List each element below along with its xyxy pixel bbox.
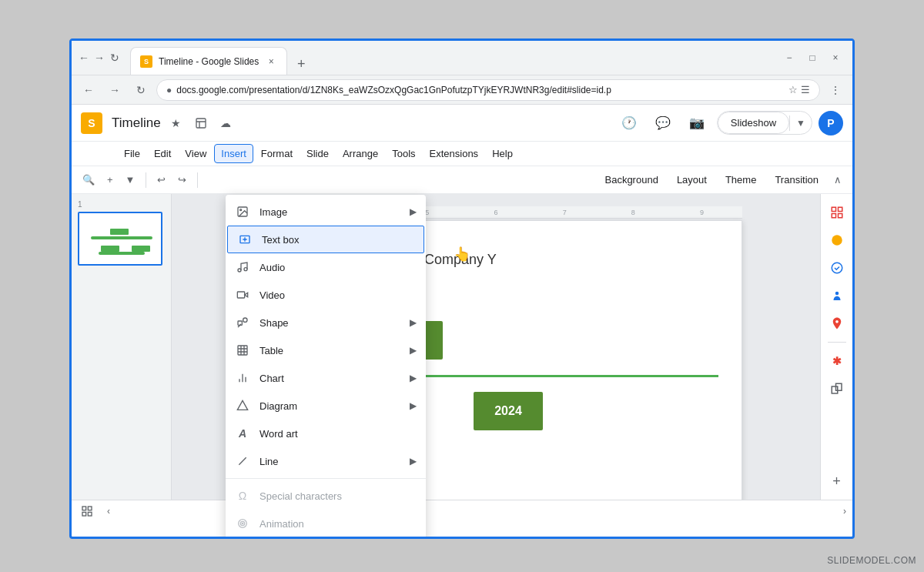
- table-arrow: ▶: [410, 345, 417, 356]
- bookmark-icon[interactable]: ☆: [788, 84, 798, 95]
- sidebar-circle-icon[interactable]: [825, 228, 849, 253]
- redo-button[interactable]: ↪: [173, 169, 191, 191]
- sidebar-person-icon[interactable]: [825, 283, 849, 308]
- extension-icon[interactable]: ☰: [801, 84, 810, 95]
- thumb-box-1: [110, 229, 129, 235]
- reload-button[interactable]: ↻: [109, 52, 121, 64]
- menu-help[interactable]: Help: [486, 145, 519, 162]
- menu-edit[interactable]: Edit: [148, 145, 177, 162]
- textbox-label: Text box: [262, 234, 414, 246]
- svg-rect-20: [237, 292, 244, 298]
- menu-format[interactable]: Format: [255, 145, 299, 162]
- main-content: 1 3456789: [72, 194, 852, 500]
- nav-forward-button[interactable]: →: [104, 79, 126, 101]
- grid-view-button[interactable]: [78, 502, 96, 520]
- toolbar-divider-2: [197, 172, 198, 188]
- svg-point-6: [832, 263, 842, 273]
- expand-button[interactable]: ›: [843, 506, 846, 517]
- menu-item-table[interactable]: Table ▶: [226, 336, 426, 364]
- undo-button[interactable]: ↩: [152, 169, 170, 191]
- nav-back-button[interactable]: ←: [78, 79, 99, 101]
- more-options-button[interactable]: ⋮: [825, 79, 846, 101]
- menu-item-wordart[interactable]: A Word art: [226, 420, 426, 447]
- browser-tab-bar: ← → ↻ S Timeline - Google Slides × + − □…: [72, 41, 852, 75]
- sidebar-asterisk-icon[interactable]: ✱: [825, 349, 849, 373]
- menu-item-image[interactable]: Image ▶: [226, 198, 426, 226]
- textbox-icon: [237, 232, 253, 247]
- sidebar-square-icon[interactable]: [825, 376, 849, 401]
- dropdown-divider-1: [226, 478, 426, 479]
- nav-reload-button[interactable]: ↻: [130, 79, 152, 101]
- tab-title: Timeline - Google Slides: [159, 56, 259, 67]
- wordart-label: Word art: [259, 428, 417, 440]
- history-button[interactable]: 🕐: [615, 109, 643, 137]
- thumb-box-3: [132, 246, 150, 252]
- doc-title: Timeline: [112, 115, 161, 131]
- toolbar-divider-1: [146, 172, 146, 188]
- zoom-dropdown-button[interactable]: ▼: [121, 169, 140, 191]
- diagram-arrow: ▶: [410, 400, 417, 411]
- slideshow-button[interactable]: Slideshow: [718, 112, 789, 134]
- menu-item-video[interactable]: Video: [226, 281, 426, 309]
- shape-label: Shape: [259, 317, 400, 329]
- menu-slide[interactable]: Slide: [300, 145, 335, 162]
- year-box-2024: 2024: [474, 392, 543, 430]
- sidebar-location-icon[interactable]: [825, 311, 849, 336]
- tab-close-button[interactable]: ×: [265, 55, 277, 68]
- bottom-bar: ‹ ›: [72, 500, 852, 521]
- table-icon: [235, 343, 250, 358]
- zoom-icon-button[interactable]: 🔍: [78, 169, 99, 191]
- svg-point-5: [832, 235, 842, 246]
- menu-arrange[interactable]: Arrange: [336, 145, 384, 162]
- active-tab[interactable]: S Timeline - Google Slides ×: [130, 47, 287, 75]
- user-avatar[interactable]: P: [819, 111, 843, 135]
- slideshow-button-group[interactable]: Slideshow ▼: [717, 111, 812, 135]
- maximize-button[interactable]: □: [802, 47, 823, 69]
- sidebar-check-icon[interactable]: [825, 256, 849, 280]
- url-bar[interactable]: ● docs.google.com/presentation/d/1ZN8Ks_…: [156, 79, 820, 101]
- menu-item-line[interactable]: Line ▶: [226, 447, 426, 475]
- table-label: Table: [259, 345, 400, 356]
- back-button[interactable]: ←: [78, 52, 90, 64]
- forward-button[interactable]: →: [93, 52, 105, 64]
- animation-icon: [235, 516, 250, 531]
- menu-item-textbox[interactable]: Text box: [227, 226, 424, 253]
- layout-button[interactable]: Layout: [669, 171, 715, 189]
- collapse-toolbar-button[interactable]: ∧: [829, 169, 846, 191]
- menu-insert[interactable]: Insert: [214, 144, 253, 163]
- sidebar-divider: [828, 342, 846, 343]
- svg-rect-14: [88, 512, 92, 516]
- shape-arrow: ▶: [410, 317, 417, 328]
- animation-label: Animation: [259, 518, 417, 530]
- drive-button[interactable]: [192, 114, 210, 132]
- transition-button[interactable]: Transition: [767, 171, 826, 189]
- svg-point-7: [835, 292, 839, 296]
- theme-button[interactable]: Theme: [718, 171, 764, 189]
- menu-item-shape[interactable]: Shape ▶: [226, 309, 426, 336]
- new-tab-button[interactable]: +: [290, 53, 312, 75]
- present-button[interactable]: 📷: [683, 109, 711, 137]
- menu-extensions[interactable]: Extensions: [424, 145, 485, 162]
- menu-item-diagram[interactable]: Diagram ▶: [226, 392, 426, 420]
- menu-view[interactable]: View: [179, 145, 213, 162]
- menu-file[interactable]: File: [118, 145, 146, 162]
- menu-item-chart[interactable]: Chart ▶: [226, 364, 426, 392]
- slideshow-dropdown-button[interactable]: ▼: [790, 113, 812, 133]
- minimize-button[interactable]: −: [778, 47, 800, 69]
- svg-rect-12: [88, 507, 92, 510]
- wordart-icon: A: [235, 426, 250, 441]
- sidebar-plus-button[interactable]: +: [825, 469, 849, 493]
- star-button[interactable]: ★: [167, 114, 186, 132]
- background-button[interactable]: Background: [597, 171, 665, 189]
- collapse-panel-button[interactable]: ‹: [99, 502, 118, 520]
- zoom-plus-button[interactable]: +: [102, 169, 118, 191]
- close-window-button[interactable]: ×: [825, 47, 846, 69]
- sidebar-grid-icon[interactable]: [825, 200, 849, 225]
- menu-item-audio[interactable]: Audio: [226, 253, 426, 281]
- svg-rect-11: [82, 507, 86, 510]
- cloud-button[interactable]: ☁: [216, 114, 235, 132]
- comment-button[interactable]: 💬: [649, 109, 677, 137]
- url-actions: ☆ ☰: [788, 84, 810, 95]
- menu-tools[interactable]: Tools: [386, 145, 421, 162]
- slide-thumbnail[interactable]: [78, 212, 162, 266]
